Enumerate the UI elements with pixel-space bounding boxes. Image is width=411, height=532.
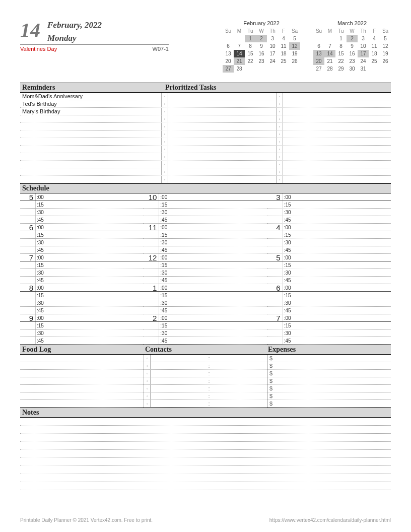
food-cell[interactable] [20, 392, 144, 400]
schedule-cell[interactable] [171, 299, 267, 306]
schedule-cell[interactable] [47, 224, 144, 231]
schedule-cell[interactable] [295, 224, 391, 231]
schedule-cell[interactable] [47, 246, 144, 253]
task-cell[interactable] [168, 138, 276, 145]
schedule-cell[interactable] [47, 307, 144, 314]
schedule-cell[interactable] [295, 193, 391, 201]
expense-cell[interactable] [275, 355, 391, 362]
food-cell[interactable] [20, 362, 144, 369]
expense-cell[interactable] [275, 377, 391, 384]
contact-value-cell[interactable] [211, 362, 267, 369]
notes-row[interactable] [20, 426, 391, 434]
schedule-cell[interactable] [295, 254, 391, 261]
food-cell[interactable] [20, 400, 144, 407]
contact-name-cell[interactable] [151, 370, 207, 377]
expense-cell[interactable] [275, 385, 391, 392]
schedule-cell[interactable] [171, 292, 267, 299]
schedule-cell[interactable] [295, 322, 391, 329]
contact-value-cell[interactable] [211, 385, 267, 392]
schedule-cell[interactable] [171, 254, 267, 261]
schedule-cell[interactable] [295, 231, 391, 238]
reminder-cell[interactable] [20, 123, 161, 130]
task-cell[interactable] [283, 176, 391, 183]
reminder-cell[interactable] [20, 161, 161, 168]
contact-name-cell[interactable] [151, 362, 207, 369]
task-cell[interactable] [168, 130, 276, 138]
schedule-cell[interactable] [171, 246, 267, 253]
notes-row[interactable] [20, 434, 391, 442]
schedule-cell[interactable] [47, 216, 144, 223]
schedule-cell[interactable] [171, 231, 267, 238]
food-cell[interactable] [20, 370, 144, 377]
schedule-cell[interactable] [47, 292, 144, 299]
schedule-cell[interactable] [295, 201, 391, 208]
schedule-cell[interactable] [171, 329, 267, 337]
notes-row[interactable] [20, 418, 391, 426]
task-cell[interactable] [283, 100, 391, 107]
schedule-cell[interactable] [47, 209, 144, 216]
reminder-cell[interactable] [20, 115, 161, 122]
reminder-cell[interactable]: Mary's Birthday [20, 108, 161, 115]
task-cell[interactable] [283, 130, 391, 138]
schedule-cell[interactable] [47, 329, 144, 337]
expense-cell[interactable] [275, 392, 391, 400]
schedule-cell[interactable] [47, 201, 144, 208]
schedule-cell[interactable] [47, 261, 144, 269]
reminder-cell[interactable] [20, 130, 161, 138]
schedule-cell[interactable] [171, 216, 267, 223]
reminder-cell[interactable] [20, 146, 161, 153]
schedule-cell[interactable] [47, 269, 144, 276]
schedule-cell[interactable] [47, 284, 144, 291]
task-cell[interactable] [168, 168, 276, 175]
notes-row[interactable] [20, 458, 391, 466]
task-cell[interactable] [168, 108, 276, 115]
task-cell[interactable] [283, 115, 391, 122]
task-cell[interactable] [168, 176, 276, 183]
schedule-cell[interactable] [47, 277, 144, 284]
task-cell[interactable] [168, 161, 276, 168]
contact-name-cell[interactable] [151, 400, 207, 407]
reminder-cell[interactable] [20, 176, 161, 183]
schedule-cell[interactable] [295, 307, 391, 314]
food-cell[interactable] [20, 377, 144, 384]
schedule-cell[interactable] [171, 269, 267, 276]
schedule-cell[interactable] [295, 209, 391, 216]
task-cell[interactable] [283, 138, 391, 145]
contact-value-cell[interactable] [211, 355, 267, 362]
schedule-cell[interactable] [47, 239, 144, 246]
task-cell[interactable] [168, 146, 276, 153]
schedule-cell[interactable] [47, 299, 144, 306]
task-cell[interactable] [283, 146, 391, 153]
schedule-cell[interactable] [171, 239, 267, 246]
schedule-cell[interactable] [295, 269, 391, 276]
task-cell[interactable] [283, 93, 391, 100]
expense-cell[interactable] [275, 400, 391, 407]
schedule-cell[interactable] [171, 224, 267, 231]
schedule-cell[interactable] [171, 193, 267, 201]
task-cell[interactable] [168, 153, 276, 160]
schedule-cell[interactable] [47, 337, 144, 344]
expense-cell[interactable] [275, 370, 391, 377]
schedule-cell[interactable] [295, 216, 391, 223]
schedule-cell[interactable] [47, 254, 144, 261]
notes-row[interactable] [20, 482, 391, 490]
reminder-cell[interactable] [20, 153, 161, 160]
schedule-cell[interactable] [295, 239, 391, 246]
schedule-cell[interactable] [47, 314, 144, 321]
contact-name-cell[interactable] [151, 355, 207, 362]
contact-name-cell[interactable] [151, 392, 207, 400]
contact-value-cell[interactable] [211, 377, 267, 384]
schedule-cell[interactable] [47, 193, 144, 201]
reminder-cell[interactable] [20, 168, 161, 175]
schedule-cell[interactable] [47, 231, 144, 238]
schedule-cell[interactable] [171, 314, 267, 321]
notes-row[interactable] [20, 450, 391, 458]
reminder-cell[interactable]: Ted's Birthday [20, 100, 161, 107]
task-cell[interactable] [283, 161, 391, 168]
notes-row[interactable] [20, 442, 391, 450]
task-cell[interactable] [283, 123, 391, 130]
schedule-cell[interactable] [47, 322, 144, 329]
contact-value-cell[interactable] [211, 392, 267, 400]
schedule-cell[interactable] [171, 201, 267, 208]
task-cell[interactable] [283, 153, 391, 160]
